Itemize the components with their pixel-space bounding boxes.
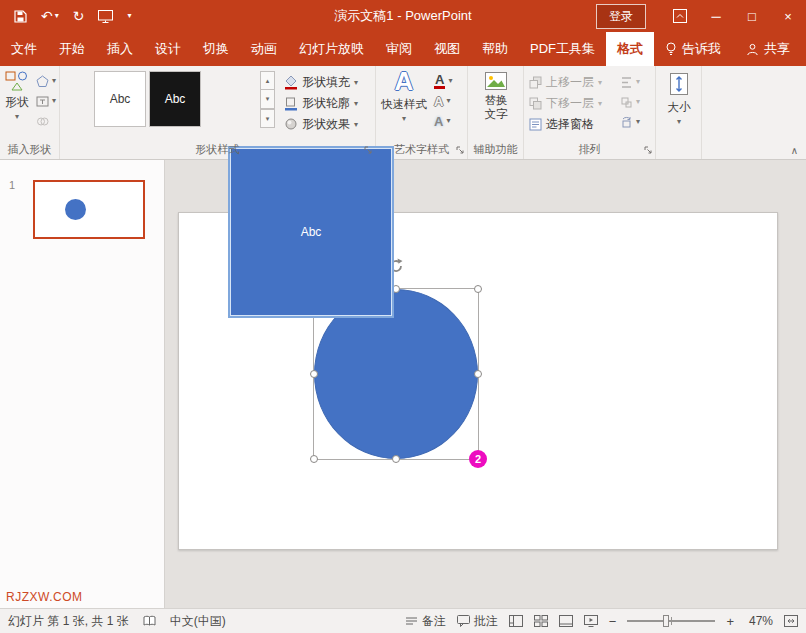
- shapes-button[interactable]: 形状 ▾: [2, 70, 32, 121]
- tab-view[interactable]: 视图: [423, 32, 471, 66]
- text-effects-icon: A: [434, 115, 443, 128]
- comments-button[interactable]: 批注: [457, 613, 498, 630]
- resize-handle-ne[interactable]: [474, 285, 482, 293]
- undo-button[interactable]: ↶ ▾: [41, 9, 59, 23]
- tab-help[interactable]: 帮助: [471, 32, 519, 66]
- spellcheck-icon[interactable]: [143, 615, 156, 627]
- quick-styles-button[interactable]: A 快速样式 ▾: [378, 68, 430, 123]
- arrange-dialog-launcher-icon[interactable]: [644, 146, 653, 155]
- size-icon: [668, 71, 690, 97]
- rotate-button[interactable]: ▾: [620, 113, 640, 131]
- group-label-accessibility: 辅助功能: [468, 142, 523, 157]
- group-objects-caret-icon: ▾: [636, 98, 640, 106]
- edit-shape-button[interactable]: ▾: [36, 72, 56, 90]
- zoom-slider[interactable]: [627, 614, 715, 628]
- share-button[interactable]: 共享: [735, 32, 806, 66]
- start-slideshow-icon[interactable]: [98, 10, 113, 23]
- gallery-down-icon[interactable]: ▾: [260, 90, 275, 109]
- tab-animations[interactable]: 动画: [240, 32, 288, 66]
- wordart-dialog-launcher-icon[interactable]: [456, 146, 465, 155]
- quick-access-toolbar: ↶ ▾ ↻ ▾: [0, 9, 132, 23]
- align-icon: [620, 76, 633, 89]
- shape-fill-button[interactable]: 形状填充 ▾: [284, 73, 358, 92]
- shape-outline-button[interactable]: 形状轮廓 ▾: [284, 94, 358, 113]
- resize-handle-e[interactable]: [474, 370, 482, 378]
- shape-styles-dialog-launcher-icon[interactable]: [364, 146, 373, 155]
- thumbnail-circle-shape: [65, 199, 86, 220]
- zoom-in-icon[interactable]: +: [726, 614, 734, 629]
- shape-effects-button[interactable]: 形状效果 ▾: [284, 115, 358, 134]
- style-preview-label: Abc: [301, 225, 322, 239]
- rotate-caret-icon: ▾: [636, 118, 640, 126]
- minimize-button[interactable]: ─: [698, 0, 734, 32]
- close-button[interactable]: ×: [770, 0, 806, 32]
- workspace: 1 1: [0, 160, 806, 608]
- fit-to-window-icon[interactable]: [784, 615, 798, 627]
- redo-icon[interactable]: ↻: [73, 9, 85, 23]
- zoom-out-icon[interactable]: −: [609, 614, 617, 629]
- send-backward-button[interactable]: 下移一层 ▾: [529, 94, 602, 113]
- tab-insert[interactable]: 插入: [96, 32, 144, 66]
- shape-effects-caret-icon: ▾: [354, 121, 358, 129]
- shape-style-option-3-selected[interactable]: Abc: [228, 146, 394, 318]
- language-indicator[interactable]: 中文(中国): [170, 613, 226, 630]
- resize-handle-s[interactable]: [392, 455, 400, 463]
- ribbon-display-options-icon[interactable]: [662, 0, 698, 32]
- tab-pdf-tools[interactable]: PDF工具集: [519, 32, 606, 66]
- notes-icon: [405, 616, 418, 627]
- slide-thumbnail[interactable]: [33, 180, 145, 239]
- slide-info[interactable]: 幻灯片 第 1 张, 共 1 张: [8, 613, 129, 630]
- shape-effects-icon: [284, 117, 298, 132]
- gallery-up-icon[interactable]: ▴: [260, 71, 275, 90]
- shape-style-gallery: Abc Abc Abc: [94, 71, 201, 127]
- group-insert-shapes: 形状 ▾ ▾ ▾: [0, 66, 60, 159]
- shape-style-option-1[interactable]: Abc: [94, 71, 146, 127]
- quick-styles-caret-icon: ▾: [402, 115, 406, 123]
- text-fill-button[interactable]: A ▾: [434, 72, 452, 90]
- selection-pane-label: 选择窗格: [546, 116, 594, 133]
- notes-button[interactable]: 备注: [405, 613, 446, 630]
- tellme-button[interactable]: 告诉我: [654, 32, 732, 66]
- slideshow-view-icon[interactable]: [584, 615, 598, 627]
- shapes-icon: [5, 70, 29, 92]
- maximize-button[interactable]: □: [734, 0, 770, 32]
- bring-forward-icon: [529, 76, 542, 89]
- zoom-percentage[interactable]: 47%: [745, 614, 773, 628]
- zoom-slider-thumb[interactable]: [663, 615, 669, 627]
- tab-file[interactable]: 文件: [0, 32, 48, 66]
- group-label-arrange: 排列: [524, 142, 655, 157]
- tab-slideshow[interactable]: 幻灯片放映: [288, 32, 375, 66]
- tab-home[interactable]: 开始: [48, 32, 96, 66]
- tab-design[interactable]: 设计: [144, 32, 192, 66]
- group-objects-button[interactable]: ▾: [620, 93, 640, 111]
- group-arrange: 上移一层 ▾ 下移一层 ▾ 选择窗格: [524, 66, 656, 159]
- text-effects-button[interactable]: A ▾: [434, 112, 452, 130]
- save-icon[interactable]: [14, 10, 27, 23]
- resize-handle-w[interactable]: [310, 370, 318, 378]
- collapse-ribbon-icon[interactable]: ∧: [791, 145, 798, 156]
- resize-handle-sw[interactable]: [310, 455, 318, 463]
- slide-sorter-view-icon[interactable]: [534, 615, 548, 627]
- merge-shapes-button[interactable]: [36, 112, 56, 130]
- normal-view-icon[interactable]: [509, 615, 523, 627]
- group-objects-icon: [620, 96, 633, 109]
- align-button[interactable]: ▾: [620, 73, 640, 91]
- alt-text-label: 替换文字: [483, 93, 509, 121]
- bring-forward-label: 上移一层: [546, 74, 594, 91]
- style-preview-label: Abc: [110, 92, 131, 106]
- tab-review[interactable]: 审阅: [375, 32, 423, 66]
- gallery-more-icon[interactable]: ▾: [260, 109, 275, 128]
- shape-style-option-2[interactable]: Abc: [149, 71, 201, 127]
- text-box-caret-icon: ▾: [52, 97, 56, 105]
- text-outline-button[interactable]: A ▾: [434, 92, 452, 110]
- qat-customize-icon[interactable]: ▾: [127, 12, 131, 20]
- size-button[interactable]: 大小 ▾: [663, 71, 695, 126]
- tellme-label: 告诉我: [682, 40, 721, 58]
- selection-pane-button[interactable]: 选择窗格: [529, 115, 602, 134]
- tab-transitions[interactable]: 切换: [192, 32, 240, 66]
- text-box-button[interactable]: ▾: [36, 92, 56, 110]
- alt-text-button[interactable]: 替换文字: [477, 72, 515, 121]
- reading-view-icon[interactable]: [559, 615, 573, 627]
- tab-format[interactable]: 格式: [606, 32, 654, 66]
- bring-forward-button[interactable]: 上移一层 ▾: [529, 73, 602, 92]
